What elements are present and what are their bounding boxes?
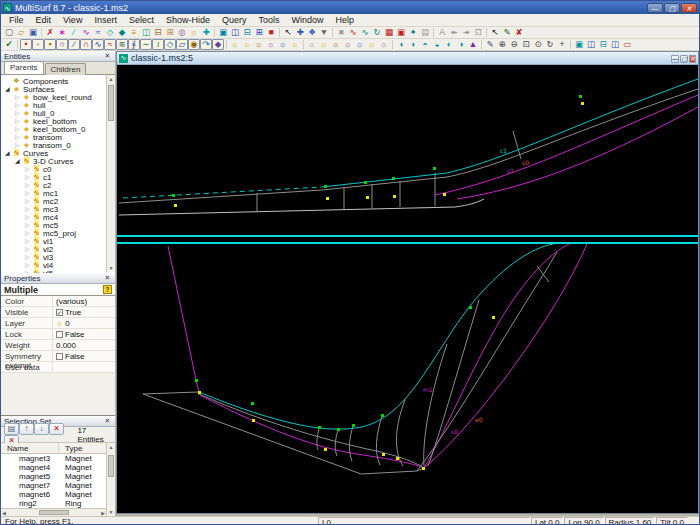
tree-expander-icon[interactable] [15, 94, 22, 101]
menu-item[interactable]: Insert [88, 15, 123, 25]
insert-bead-button[interactable]: ◦ [32, 39, 44, 50]
scroll-right-icon[interactable]: ▶ [101, 510, 105, 516]
list-view-button[interactable]: ▤ [4, 423, 19, 435]
insert-swept-surface-button[interactable]: ↷ [200, 39, 212, 50]
grid-red-button[interactable]: ▦ [383, 27, 395, 38]
show-points-bulb-button[interactable]: ☼ [342, 39, 354, 50]
pan-view-button[interactable]: + [556, 39, 568, 50]
property-control[interactable] [56, 353, 63, 360]
tree-item[interactable]: vl2 [1, 245, 115, 253]
hide-curves-bulb-button[interactable]: ☼ [330, 39, 342, 50]
orient-bottom-button[interactable]: ◒ [431, 39, 443, 50]
tree-expander-icon[interactable] [25, 230, 32, 237]
tree-item[interactable]: c1 [1, 173, 115, 181]
property-value[interactable]: 0.000 [53, 340, 115, 350]
hide-selected-bulb-button[interactable]: ☼ [253, 39, 265, 50]
show-all-bulb-button[interactable]: ☼ [229, 39, 241, 50]
tree-expander-icon[interactable] [25, 254, 32, 261]
menu-item[interactable]: Window [285, 15, 329, 25]
rotate-view-button[interactable]: ↻ [544, 39, 556, 50]
zoom-in-button[interactable]: ⊕ [496, 39, 508, 50]
tree-expander-icon[interactable] [15, 142, 22, 149]
tree-item[interactable]: Components [1, 77, 115, 85]
orient-front-button[interactable]: ◖ [395, 39, 407, 50]
create-trim-button[interactable]: ⊟ [152, 27, 164, 38]
tree-item[interactable]: transom_0 [1, 141, 115, 149]
tree-item[interactable]: bow_keel_round [1, 93, 115, 101]
camera-button[interactable]: ◎ [176, 27, 188, 38]
scroll-up-icon[interactable]: ▲ [107, 444, 115, 450]
tree-expander-icon[interactable] [15, 134, 22, 141]
tile-vertical-button[interactable]: ◫ [609, 39, 621, 50]
view-back-button[interactable]: ↞ [448, 27, 460, 38]
property-control[interactable] [56, 331, 63, 338]
menu-item[interactable]: Help [330, 15, 361, 25]
insert-blend-surface-button[interactable]: ◆ [212, 39, 224, 50]
grid-gray-button[interactable]: ▤ [419, 27, 431, 38]
tree-expander-icon[interactable] [15, 126, 22, 133]
tree-expander-icon[interactable] [15, 110, 22, 117]
edit-curve-red-button[interactable]: ∿ [347, 27, 359, 38]
star-teal-button[interactable]: ✦ [407, 27, 419, 38]
minimize-button[interactable]: — [647, 3, 663, 13]
menu-item[interactable]: Select [123, 15, 160, 25]
render-button[interactable]: ☼ [188, 27, 200, 38]
sketch-pen-button[interactable]: ✎ [484, 39, 496, 50]
drawing-canvas[interactable]: c1 s0 s1 [117, 65, 698, 513]
scroll-thumb[interactable] [108, 455, 114, 477]
tree-expander-icon[interactable] [15, 102, 22, 109]
tree-expander-icon[interactable] [25, 206, 32, 213]
tree-expander-icon[interactable] [5, 150, 12, 157]
perspective-view-button[interactable]: ▲ [467, 39, 479, 50]
insert-ruled-surface-button[interactable]: ▱ [176, 39, 188, 50]
resize-grip[interactable] [689, 517, 700, 525]
menu-item[interactable]: Edit [30, 15, 58, 25]
cascade-windows-button[interactable]: ◫ [585, 39, 597, 50]
maximize-button[interactable]: ▢ [664, 3, 680, 13]
create-curve-button[interactable]: ∿ [80, 27, 92, 38]
layer-bulb-button[interactable]: ☼ [366, 39, 378, 50]
view-maximize-button[interactable]: ■ [265, 27, 277, 38]
create-mirror-button[interactable]: ◫ [140, 27, 152, 38]
tree-scrollbar[interactable]: ▲ ▼ [106, 75, 115, 272]
tree-expander-icon[interactable] [25, 214, 32, 221]
selection-row[interactable]: magnet4 Magnet [1, 463, 115, 472]
open-file-button[interactable]: ▱ [15, 27, 27, 38]
orient-back-button[interactable]: ◗ [407, 39, 419, 50]
knot-points-button[interactable]: ✚ [200, 27, 212, 38]
selection-row[interactable]: ring2 Ring [1, 499, 115, 508]
insert-snake-button[interactable]: ∼ [140, 39, 152, 50]
create-surface-button[interactable]: ◇ [104, 27, 116, 38]
tree-item[interactable]: mc5_proj [1, 229, 115, 237]
show-labels-bulb-button[interactable]: ☼ [354, 39, 366, 50]
tree-expander-icon[interactable] [25, 174, 32, 181]
create-snake-button[interactable]: ≈ [92, 27, 104, 38]
profile-view[interactable]: c1 s0 s1 [117, 65, 698, 235]
tree-expander-icon[interactable] [25, 190, 32, 197]
tree-expander-icon[interactable] [25, 238, 32, 245]
close-icon[interactable]: ✕ [103, 52, 112, 60]
menu-item[interactable]: Tools [252, 15, 285, 25]
create-solid-button[interactable]: ◆ [116, 27, 128, 38]
tree-item[interactable]: 3-D Curves [1, 157, 115, 165]
tree-expander-icon[interactable] [25, 222, 32, 229]
tree-expander-icon[interactable] [25, 198, 32, 205]
tile-horizontal-button[interactable]: ⊟ [597, 39, 609, 50]
view-forward-button[interactable]: ↠ [460, 27, 472, 38]
property-value[interactable]: False [53, 329, 115, 339]
zoom-fit-button[interactable]: ⊙ [532, 39, 544, 50]
tree-expander-icon[interactable] [25, 246, 32, 253]
close-button[interactable]: ✕ [689, 55, 696, 63]
show-parents-bulb-button[interactable]: ☼ [265, 39, 277, 50]
property-value[interactable]: False [53, 351, 115, 361]
menu-item[interactable]: Show-Hide [160, 15, 216, 25]
tab[interactable]: Parents [4, 61, 44, 74]
view-split-divider[interactable] [117, 235, 698, 244]
orient-top-button[interactable]: ◓ [419, 39, 431, 50]
create-contours-button[interactable]: ≡ [128, 27, 140, 38]
insert-point-button[interactable]: • [20, 39, 32, 50]
orient-left-button[interactable]: ◐ [443, 39, 455, 50]
tree-item[interactable]: vl1 [1, 237, 115, 245]
move-down-button[interactable]: ↓ [34, 423, 49, 435]
new-file-button[interactable]: ▢ [3, 27, 15, 38]
